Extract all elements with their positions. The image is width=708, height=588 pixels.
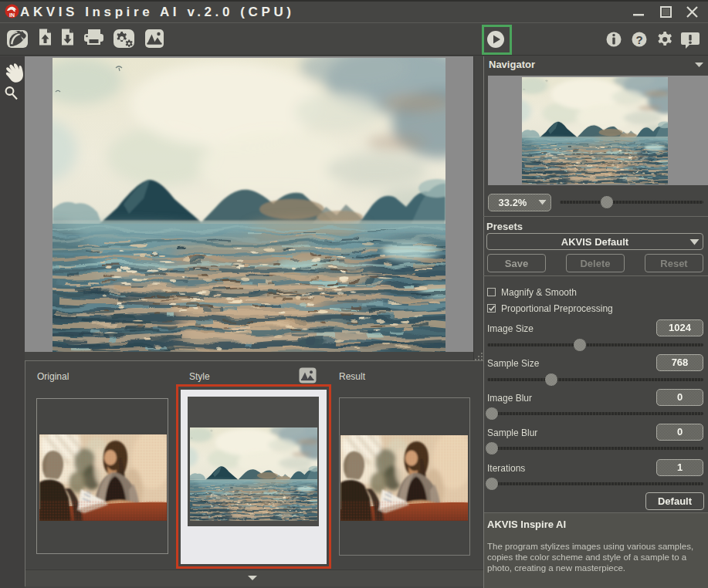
svg-text:IN: IN (9, 12, 15, 18)
svg-text:?: ? (635, 33, 642, 46)
